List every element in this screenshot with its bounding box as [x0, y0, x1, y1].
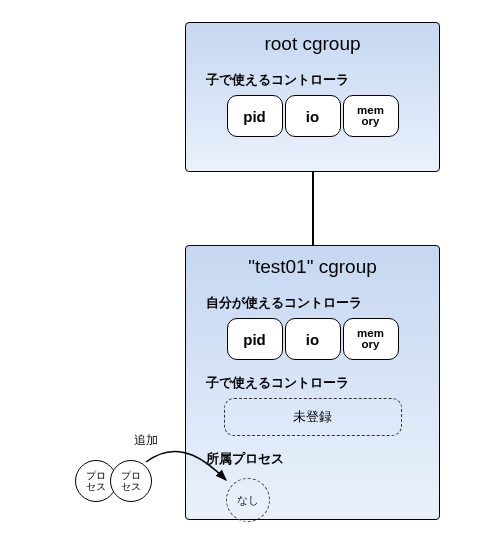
root-cgroup-box: root cgroup 子で使えるコントローラ pid io memory — [185, 22, 440, 172]
controller-memory: memory — [343, 318, 399, 360]
add-arrow — [140, 444, 250, 504]
hierarchy-connector — [312, 172, 314, 245]
controller-io: io — [285, 95, 341, 137]
test01-child-ctrl-label: 子で使えるコントローラ — [206, 375, 439, 392]
controller-io: io — [285, 318, 341, 360]
root-cgroup-title: root cgroup — [186, 23, 439, 57]
test01-self-ctrl-label: 自分が使えるコントローラ — [206, 295, 439, 312]
controller-pid: pid — [227, 95, 283, 137]
test01-cgroup-title: "test01" cgroup — [186, 246, 439, 280]
root-controller-row: pid io memory — [186, 95, 439, 137]
child-unregistered-box: 未登録 — [224, 398, 402, 436]
test01-self-controller-row: pid io memory — [186, 318, 439, 360]
controller-memory: memory — [343, 95, 399, 137]
root-child-ctrl-label: 子で使えるコントローラ — [206, 72, 439, 89]
controller-pid: pid — [227, 318, 283, 360]
